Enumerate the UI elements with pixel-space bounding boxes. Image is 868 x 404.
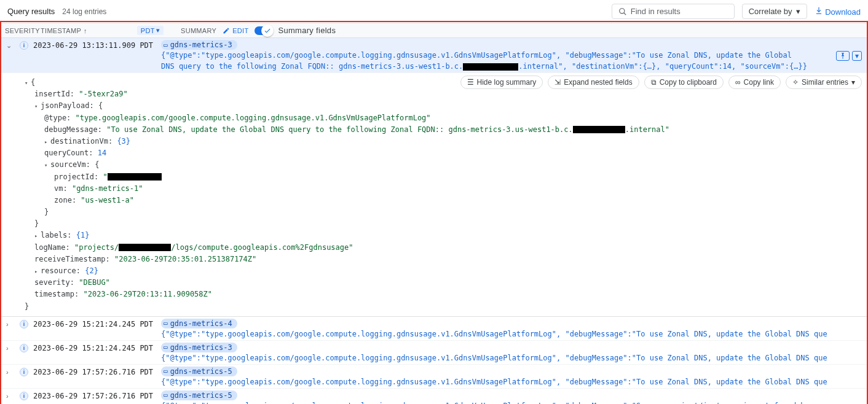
- timezone-chip[interactable]: PDT ▾: [137, 26, 164, 35]
- timestamp-cell: 2023-06-29 15:21:24.245 PDT: [33, 319, 156, 328]
- timestamp-cell: 2023-06-29 15:21:24.245 PDT: [33, 343, 156, 352]
- log-row-expanded[interactable]: ⌄ i 2023-06-29 13:13:11.909 PDT ▭ gdns-m…: [1, 38, 867, 73]
- redacted-text: [108, 173, 162, 181]
- log-row[interactable]: ›i2023-06-29 15:21:24.245 PDT▭gdns-metri…: [1, 341, 867, 365]
- vm-chip[interactable]: ▭gdns-metrics-4: [161, 319, 237, 328]
- pin-dropdown[interactable]: ▾: [852, 51, 862, 61]
- severity-debug-icon: i: [20, 320, 28, 328]
- results-count: 24 log entries: [62, 7, 106, 16]
- collapse-icon[interactable]: ⌄: [6, 40, 15, 50]
- tri-down-icon[interactable]: ▾: [44, 161, 50, 169]
- log-json-body: ☰Hide log summary ⇲Expand nested fields …: [1, 73, 867, 317]
- chevron-down-icon: ▾: [851, 78, 855, 87]
- vm-chip[interactable]: ▭gdns-metrics-5: [161, 367, 237, 376]
- similar-entries-button[interactable]: ✧Similar entries ▾: [786, 76, 862, 89]
- redacted-text: [573, 126, 625, 133]
- vm-chip[interactable]: ▭gdns-metrics-3: [161, 343, 237, 352]
- col-severity[interactable]: SEVERITY: [5, 27, 36, 34]
- find-placeholder: Find in results: [631, 7, 681, 16]
- tri-down-icon[interactable]: ▾: [25, 79, 31, 87]
- download-icon: [815, 6, 823, 15]
- expand-icon[interactable]: ›: [6, 319, 15, 328]
- pencil-icon: [223, 27, 230, 34]
- find-in-results-input[interactable]: Find in results: [612, 4, 735, 19]
- log-preview: {"@type":"type.googleapis.com/google.com…: [161, 402, 827, 404]
- vm-icon: ▭: [164, 391, 168, 399]
- log-preview-line2: DNS query to the following Zonal FQDN:: …: [161, 62, 862, 71]
- expand-icon[interactable]: ›: [6, 367, 15, 376]
- search-icon: [618, 7, 627, 16]
- log-row[interactable]: ›i2023-06-29 17:57:26.716 PDT▭gdns-metri…: [1, 389, 867, 404]
- sparkle-icon: ✧: [792, 78, 799, 87]
- log-preview: {"@type":"type.googleapis.com/google.com…: [161, 354, 827, 362]
- expand-icon: ⇲: [554, 78, 561, 87]
- severity-debug-icon: i: [20, 392, 28, 400]
- copy-icon: ⧉: [651, 78, 657, 87]
- sort-asc-icon: ↑: [84, 27, 87, 34]
- timestamp-cell: 2023-06-29 17:57:26.716 PDT: [33, 390, 156, 400]
- hide-summary-button[interactable]: ☰Hide log summary: [460, 76, 543, 89]
- redacted-text: [119, 244, 171, 251]
- column-header-row: SEVERITY TIMESTAMP ↑ PDT ▾ SUMMARY EDIT …: [0, 23, 868, 38]
- chevron-down-icon: ▾: [156, 26, 160, 34]
- log-row[interactable]: ›i2023-06-29 17:57:26.716 PDT▭gdns-metri…: [1, 365, 867, 389]
- vm-icon: ▭: [164, 41, 168, 49]
- link-icon: ∞: [735, 78, 741, 87]
- tri-down-icon[interactable]: ▾: [34, 102, 41, 111]
- expand-icon[interactable]: ›: [6, 343, 15, 352]
- col-summary[interactable]: SUMMARY: [181, 27, 216, 34]
- svg-line-1: [623, 12, 626, 15]
- tri-right-icon[interactable]: ▸: [34, 231, 41, 240]
- log-preview: {"@type":"type.googleapis.com/google.com…: [161, 330, 827, 338]
- log-row[interactable]: ›i2023-06-29 15:21:24.245 PDT▭gdns-metri…: [1, 317, 867, 341]
- eye-off-icon: ☰: [467, 78, 474, 87]
- copy-clipboard-button[interactable]: ⧉Copy to clipboard: [644, 76, 724, 89]
- tri-right-icon[interactable]: ▸: [44, 138, 50, 146]
- col-timestamp[interactable]: TIMESTAMP ↑ PDT ▾: [41, 26, 164, 35]
- summary-fields-label: Summary fields: [278, 26, 336, 35]
- vm-chip[interactable]: ▭ gdns-metrics-3: [161, 40, 237, 50]
- log-table: ⌄ i 2023-06-29 13:13:11.909 PDT ▭ gdns-m…: [0, 38, 868, 404]
- correlate-by-button[interactable]: Correlate by ▾: [742, 4, 807, 19]
- timestamp-cell: 2023-06-29 17:57:26.716 PDT: [33, 367, 156, 376]
- results-header: Query results 24 log entries Find in res…: [0, 0, 868, 23]
- svg-point-0: [619, 8, 624, 13]
- severity-debug-icon: i: [20, 344, 28, 352]
- chevron-down-icon: ▾: [796, 7, 800, 16]
- vm-icon: ▭: [164, 319, 168, 327]
- severity-debug-icon: i: [20, 368, 28, 376]
- log-preview: {"@type":"type.googleapis.com/google.com…: [161, 51, 792, 60]
- pin-icon: [839, 52, 846, 60]
- copy-link-button[interactable]: ∞Copy link: [728, 76, 781, 89]
- expand-nested-button[interactable]: ⇲Expand nested fields: [548, 76, 639, 89]
- vm-icon: ▭: [164, 367, 168, 375]
- redacted-text: [463, 63, 518, 71]
- results-title: Query results: [7, 7, 55, 16]
- vm-chip[interactable]: ▭gdns-metrics-5: [161, 390, 237, 400]
- severity-debug-icon: i: [20, 41, 28, 50]
- check-icon: [263, 26, 272, 35]
- timestamp-cell: 2023-06-29 13:13:11.909 PDT: [33, 40, 156, 50]
- expand-icon[interactable]: ›: [6, 390, 15, 400]
- log-preview: {"@type":"type.googleapis.com/google.com…: [161, 378, 827, 386]
- vm-icon: ▭: [164, 343, 168, 351]
- download-button[interactable]: Download: [815, 6, 861, 17]
- tri-right-icon[interactable]: ▸: [34, 267, 41, 276]
- log-actions: ☰Hide log summary ⇲Expand nested fields …: [460, 76, 862, 89]
- edit-summary-button[interactable]: EDIT: [223, 27, 248, 34]
- pin-button[interactable]: [836, 51, 850, 61]
